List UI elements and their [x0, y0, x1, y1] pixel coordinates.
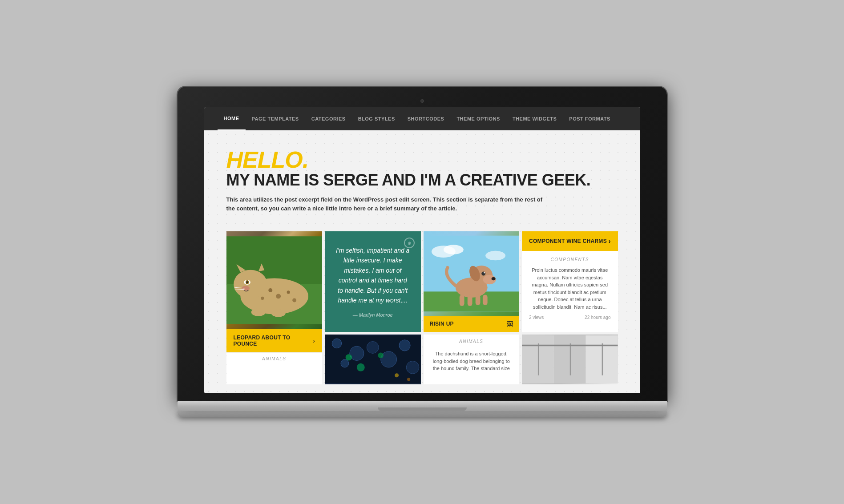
svg-rect-53: [586, 335, 618, 383]
quote-author: — Marilyn Monroe: [353, 312, 393, 318]
svg-rect-32: [467, 295, 472, 306]
laptop-container: HOME PAGE TEMPLATES CATEGORIES BLOG STYL…: [178, 87, 667, 417]
laptop-screen: HOME PAGE TEMPLATES CATEGORIES BLOG STYL…: [204, 107, 640, 393]
svg-point-16: [261, 297, 264, 300]
svg-point-45: [378, 353, 384, 359]
hero-hello: HELLO.: [226, 148, 618, 171]
svg-point-41: [399, 340, 410, 351]
nav-categories[interactable]: CATEGORIES: [305, 107, 352, 130]
svg-point-8: [246, 281, 248, 283]
cards-grid: LEOPARD ABOUT TO POUNCE › ANIMALS ⊕ I'm …: [204, 227, 640, 393]
svg-point-44: [357, 363, 365, 371]
card-dog[interactable]: RISIN UP 🖼: [424, 231, 520, 332]
svg-point-38: [341, 359, 349, 367]
component-description: Proin luctus commodo mauris vitae accums…: [529, 266, 611, 310]
svg-point-36: [332, 339, 342, 348]
nav-theme-options[interactable]: THEME OPTIONS: [450, 107, 506, 130]
svg-point-21: [443, 245, 463, 255]
svg-rect-33: [475, 295, 480, 305]
component-category: COMPONENTS: [529, 257, 611, 262]
dog-title: RISIN UP: [430, 321, 454, 327]
leopard-category: ANIMALS: [226, 352, 323, 365]
hero-description: This area utilizes the post excerpt fiel…: [226, 195, 547, 214]
nav-shortcodes[interactable]: SHORTCODES: [401, 107, 451, 130]
svg-point-29: [484, 272, 485, 274]
card-leopard[interactable]: LEOPARD ABOUT TO POUNCE › ANIMALS: [226, 231, 323, 384]
quote-text: I'm selfish, impatient and a little inse…: [335, 246, 410, 305]
leopard-svg: [226, 231, 323, 329]
stairs-svg: [522, 335, 618, 384]
svg-point-14: [287, 291, 290, 294]
leopard-image: [226, 231, 323, 329]
svg-point-47: [407, 378, 410, 381]
dog-desc-text: The dachshund is a short-legged, long-bo…: [424, 350, 520, 379]
card-dog-desc[interactable]: ANIMALS The dachshund is a short-legged,…: [424, 335, 520, 384]
svg-rect-54: [538, 343, 539, 375]
laptop-stand: [178, 411, 667, 417]
hero-section: HELLO. MY NAME IS SERGE AND I'M A CREATI…: [204, 130, 640, 227]
svg-point-43: [346, 354, 352, 360]
component-body: COMPONENTS Proin luctus commodo mauris v…: [522, 251, 618, 332]
image-icon: 🖼: [507, 320, 513, 327]
night-svg: [325, 335, 421, 384]
dog-svg: [424, 231, 520, 316]
component-arrow: ›: [609, 238, 611, 245]
svg-point-42: [406, 361, 419, 374]
card-quote[interactable]: ⊕ I'm selfish, impatient and a little in…: [325, 231, 421, 332]
component-time: 22 hours ago: [585, 315, 610, 320]
svg-rect-31: [459, 295, 464, 306]
dog-label[interactable]: RISIN UP 🖼: [424, 316, 520, 332]
svg-point-3: [234, 270, 267, 299]
component-meta: 2 views 22 hours ago: [529, 310, 611, 322]
svg-point-40: [381, 351, 397, 367]
leopard-title: LEOPARD ABOUT TO POUNCE: [234, 335, 313, 347]
laptop-base: [178, 401, 667, 411]
svg-rect-55: [570, 343, 571, 375]
svg-point-13: [276, 294, 281, 299]
nav-post-formats[interactable]: POST FORMATS: [563, 107, 617, 130]
expand-icon[interactable]: ⊕: [404, 238, 415, 248]
card-stairs[interactable]: [522, 335, 618, 384]
nav-home[interactable]: HOME: [218, 107, 246, 130]
arrow-icon: ›: [313, 337, 315, 344]
svg-point-15: [292, 298, 296, 302]
svg-rect-56: [602, 343, 603, 375]
svg-point-18: [271, 309, 285, 317]
leopard-label[interactable]: LEOPARD ABOUT TO POUNCE ›: [226, 329, 323, 352]
svg-point-17: [251, 308, 265, 316]
nav-blog-styles[interactable]: BLOG STYLES: [352, 107, 401, 130]
nav-theme-widgets[interactable]: THEME WIDGETS: [506, 107, 563, 130]
laptop-camera: [420, 99, 424, 103]
card-night[interactable]: [325, 335, 421, 384]
svg-point-28: [481, 272, 485, 276]
svg-point-22: [485, 251, 505, 261]
component-header[interactable]: COMPONENT WINE CHARMS ›: [522, 231, 618, 251]
dog-desc-category: ANIMALS: [424, 335, 520, 347]
component-title: COMPONENT WINE CHARMS: [529, 238, 607, 244]
hero-name: MY NAME IS SERGE AND I'M A CREATIVE GEEK…: [226, 171, 618, 189]
svg-point-39: [367, 342, 379, 354]
svg-point-27: [491, 277, 495, 280]
screen-bezel: HOME PAGE TEMPLATES CATEGORIES BLOG STYL…: [178, 87, 667, 401]
svg-point-46: [395, 374, 399, 378]
svg-rect-34: [482, 295, 487, 305]
svg-point-12: [268, 288, 272, 292]
night-image: [325, 335, 421, 384]
nav-page-templates[interactable]: PAGE TEMPLATES: [246, 107, 305, 130]
component-views: 2 views: [529, 315, 544, 320]
card-component[interactable]: COMPONENT WINE CHARMS › COMPONENTS Proin…: [522, 231, 618, 332]
stairs-image: [522, 335, 618, 384]
navbar: HOME PAGE TEMPLATES CATEGORIES BLOG STYL…: [204, 107, 640, 130]
dog-image: [424, 231, 520, 316]
